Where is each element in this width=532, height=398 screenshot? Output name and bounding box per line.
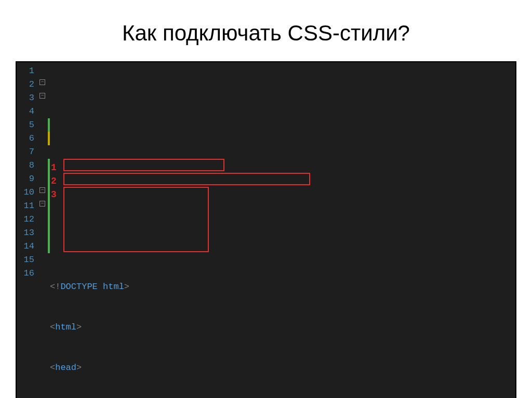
line-number: 9 bbox=[19, 172, 34, 186]
line-number: 3 bbox=[19, 91, 34, 105]
line-number-gutter: 1 2 3 4 5 6 7 8 9 10 11 12 13 14 15 16 bbox=[17, 62, 38, 398]
line-number: 12 bbox=[19, 213, 34, 226]
fold-minus-icon[interactable]: − bbox=[39, 187, 45, 193]
line-number: 4 bbox=[19, 105, 34, 118]
line-number: 8 bbox=[19, 159, 34, 172]
line-number: 7 bbox=[19, 145, 34, 159]
line-number: 14 bbox=[19, 240, 34, 253]
annotation-number-3: 3 bbox=[51, 188, 57, 201]
annotation-number-2: 2 bbox=[51, 174, 57, 188]
annotation-number-1: 1 bbox=[51, 161, 57, 174]
fold-minus-icon[interactable]: − bbox=[39, 79, 45, 85]
line-number: 13 bbox=[19, 226, 34, 240]
fold-minus-icon[interactable]: − bbox=[39, 201, 45, 207]
highlight-box-2 bbox=[63, 173, 310, 185]
highlight-box-3 bbox=[63, 187, 209, 252]
line-number: 15 bbox=[19, 253, 34, 267]
highlight-box-1 bbox=[63, 159, 224, 171]
code-editor: 1 2 3 4 5 6 7 8 9 10 11 12 13 14 15 16 −… bbox=[16, 61, 516, 398]
line-number: 16 bbox=[19, 267, 34, 280]
code-content[interactable]: 1 2 3 <!DOCTYPE html> <html> <head> <met… bbox=[48, 62, 515, 398]
line-number: 5 bbox=[19, 118, 34, 132]
fold-column: − − − − bbox=[38, 62, 48, 398]
line-number: 2 bbox=[19, 78, 34, 91]
slide-title: Как подключать CSS-стили? bbox=[0, 0, 532, 61]
line-number: 6 bbox=[19, 132, 34, 145]
line-number: 11 bbox=[19, 199, 34, 213]
line-number: 1 bbox=[19, 64, 34, 78]
fold-minus-icon[interactable]: − bbox=[39, 93, 45, 99]
line-number: 10 bbox=[19, 186, 34, 199]
